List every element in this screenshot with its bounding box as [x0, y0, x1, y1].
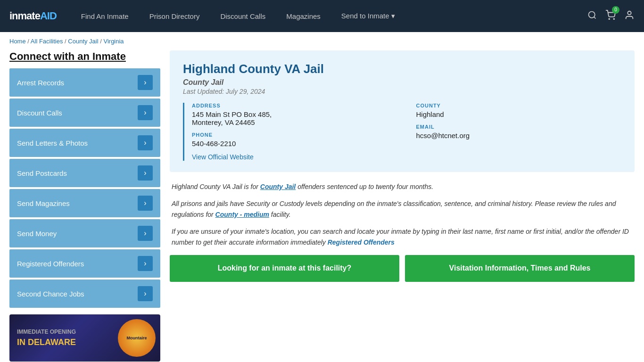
- cta-buttons: Looking for an inmate at this facility? …: [170, 255, 635, 282]
- nav-magazines[interactable]: Magazines: [276, 0, 331, 32]
- breadcrumb: Home / All Facilities / County Jail / Vi…: [0, 32, 644, 50]
- sidebar-item-label: Registered Offenders: [17, 260, 84, 268]
- county-medium-link[interactable]: County - medium: [215, 211, 269, 218]
- logo-text: inmateAID: [9, 10, 57, 22]
- chevron-right-icon: ›: [138, 165, 153, 181]
- email-value: hcso@htcnet.org: [416, 132, 622, 140]
- facility-card: Highland County VA Jail County Jail Last…: [170, 50, 635, 172]
- user-icon[interactable]: [624, 10, 635, 23]
- nav-find-inmate[interactable]: Find An Inmate: [71, 0, 139, 32]
- svg-line-1: [594, 16, 596, 18]
- sidebar-item-arrest-records[interactable]: Arrest Records ›: [9, 68, 160, 97]
- chevron-right-icon: ›: [138, 226, 153, 241]
- chevron-right-icon: ›: [138, 105, 153, 120]
- chevron-right-icon: ›: [138, 135, 153, 150]
- header-icons: 0: [587, 10, 635, 23]
- address-label: ADDRESS: [192, 103, 397, 108]
- ad-banner[interactable]: IMMEDIATE OPENING IN DELAWARE Mountaire: [9, 314, 160, 362]
- main-container: Connect with an Inmate Arrest Records › …: [0, 50, 644, 362]
- main-nav: Find An Inmate Prison Directory Discount…: [71, 0, 587, 32]
- nav-prison-directory[interactable]: Prison Directory: [139, 0, 210, 32]
- phone-label: PHONE: [192, 132, 397, 138]
- email-label: EMAIL: [416, 124, 622, 130]
- sidebar-item-label: Send Letters & Photos: [17, 139, 88, 147]
- breadcrumb-county-jail[interactable]: County Jail: [68, 38, 98, 45]
- sidebar-item-registered-offenders[interactable]: Registered Offenders ›: [9, 249, 160, 278]
- sidebar-item-label: Discount Calls: [17, 109, 62, 117]
- ad-headline: IMMEDIATE OPENING: [17, 328, 118, 336]
- detail-county-col: COUNTY Highland EMAIL hcso@htcnet.org: [416, 103, 622, 161]
- sidebar-item-label: Send Money: [17, 230, 57, 238]
- facility-details: ADDRESS 145 Main St PO Box 485,Monterey,…: [183, 103, 621, 161]
- logo[interactable]: inmateAID: [9, 10, 57, 22]
- county-label: COUNTY: [416, 103, 622, 108]
- sidebar-title: Connect with an Inmate: [9, 50, 160, 63]
- svg-point-4: [627, 11, 631, 14]
- breadcrumb-home[interactable]: Home: [9, 38, 26, 45]
- registered-offenders-link[interactable]: Registered Offenders: [328, 239, 395, 246]
- facility-description: Highland County VA Jail is for County Ja…: [170, 181, 635, 247]
- find-inmate-cta-button[interactable]: Looking for an inmate at this facility?: [170, 255, 399, 282]
- ad-banner-text: IMMEDIATE OPENING IN DELAWARE: [9, 328, 118, 349]
- facility-name: Highland County VA Jail: [183, 62, 621, 76]
- search-icon[interactable]: [587, 10, 597, 22]
- desc-para3: If you are unsure of your inmate's locat…: [172, 226, 633, 247]
- cart-icon[interactable]: 0: [605, 10, 616, 23]
- site-header: inmateAID Find An Inmate Prison Director…: [0, 0, 644, 32]
- breadcrumb-virginia[interactable]: Virginia: [103, 38, 124, 45]
- facility-type: County Jail: [183, 78, 621, 87]
- county-value: Highland: [416, 110, 622, 118]
- chevron-right-icon: ›: [138, 256, 153, 271]
- content-area: Highland County VA Jail County Jail Last…: [170, 50, 635, 362]
- svg-point-3: [613, 18, 614, 19]
- cart-count: 0: [612, 6, 619, 14]
- sidebar-item-label: Send Postcards: [17, 169, 67, 177]
- svg-point-0: [589, 11, 595, 17]
- desc-para1: Highland County VA Jail is for County Ja…: [172, 181, 633, 192]
- address-value: 145 Main St PO Box 485,Monterey, VA 2446…: [192, 110, 397, 126]
- website-link[interactable]: View Official Website: [192, 153, 254, 161]
- sidebar: Connect with an Inmate Arrest Records › …: [9, 50, 160, 362]
- detail-address-col: ADDRESS 145 Main St PO Box 485,Monterey,…: [192, 103, 397, 161]
- chevron-right-icon: ›: [138, 196, 153, 211]
- nav-discount-calls[interactable]: Discount Calls: [210, 0, 276, 32]
- facility-updated: Last Updated: July 29, 2024: [183, 88, 621, 95]
- sidebar-item-label: Second Chance Jobs: [17, 290, 84, 298]
- sidebar-item-send-letters[interactable]: Send Letters & Photos ›: [9, 129, 160, 157]
- county-jail-link[interactable]: County Jail: [260, 183, 296, 190]
- breadcrumb-all-facilities[interactable]: All Facilities: [31, 38, 63, 45]
- chevron-right-icon: ›: [138, 75, 153, 90]
- phone-value: 540-468-2210: [192, 140, 397, 148]
- sidebar-item-send-magazines[interactable]: Send Magazines ›: [9, 189, 160, 217]
- sidebar-item-send-postcards[interactable]: Send Postcards ›: [9, 159, 160, 187]
- nav-send-to-inmate[interactable]: Send to Inmate ▾: [331, 0, 405, 32]
- sidebar-item-second-chance-jobs[interactable]: Second Chance Jobs ›: [9, 280, 160, 308]
- ad-logo: Mountaire: [118, 319, 156, 357]
- sidebar-item-label: Send Magazines: [17, 199, 70, 207]
- ad-state: IN DELAWARE: [17, 336, 118, 349]
- svg-point-2: [609, 18, 610, 19]
- sidebar-item-label: Arrest Records: [17, 79, 64, 87]
- chevron-right-icon: ›: [138, 286, 153, 301]
- sidebar-item-discount-calls[interactable]: Discount Calls ›: [9, 99, 160, 127]
- sidebar-item-send-money[interactable]: Send Money ›: [9, 219, 160, 247]
- desc-para2: All prisons and jails have Security or C…: [172, 198, 633, 220]
- visitation-info-cta-button[interactable]: Visitation Information, Times and Rules: [405, 255, 635, 282]
